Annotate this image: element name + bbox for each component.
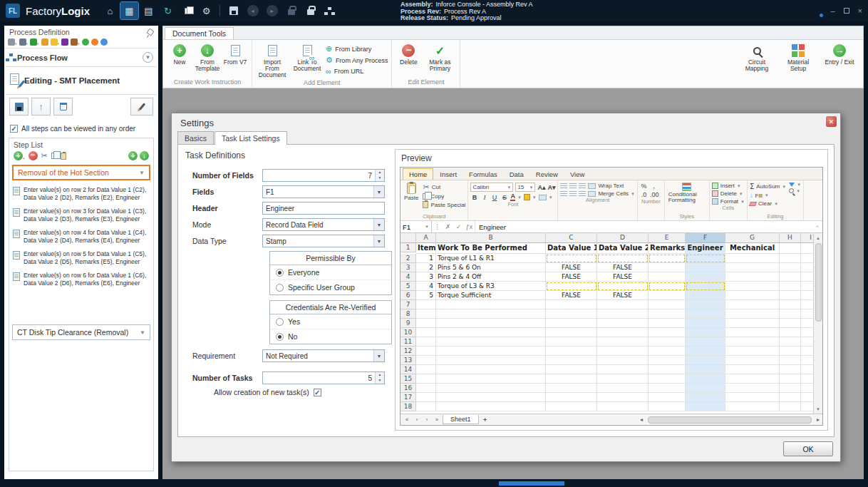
material-setup-button[interactable]: Material Setup bbox=[782, 41, 815, 87]
scrollbar-thumb[interactable] bbox=[815, 243, 822, 322]
cell-G3[interactable] bbox=[725, 263, 780, 272]
cell-A8[interactable] bbox=[416, 309, 436, 319]
edit-step-button[interactable] bbox=[130, 98, 153, 116]
cell-H11[interactable] bbox=[780, 337, 801, 347]
cell-G9[interactable] bbox=[725, 319, 780, 328]
cell-G18[interactable] bbox=[725, 402, 780, 411]
cell-H17[interactable] bbox=[780, 393, 801, 402]
row-header-16[interactable]: 16 bbox=[401, 384, 416, 393]
cell-I2[interactable] bbox=[801, 254, 813, 263]
cell-F10[interactable] bbox=[686, 328, 725, 337]
cell-H1[interactable] bbox=[780, 243, 801, 254]
next-step-item[interactable]: CT Disk Tip Clearance (Removal) ▼ bbox=[12, 324, 150, 340]
radio-specific-user-group[interactable]: Specific User Group bbox=[270, 280, 391, 294]
move-down-circle-icon[interactable]: ↓ bbox=[140, 151, 149, 160]
gear-icon[interactable]: ▾ bbox=[8, 39, 17, 46]
paste-special-button[interactable]: Paste Special bbox=[423, 201, 465, 208]
cell-A16[interactable] bbox=[416, 384, 436, 393]
ok-button[interactable]: OK bbox=[783, 441, 833, 456]
align-bottom-icon[interactable] bbox=[579, 183, 586, 189]
cell-C16[interactable] bbox=[546, 384, 597, 393]
from-template-button[interactable]: ↓ From Template bbox=[195, 41, 220, 72]
cell-H3[interactable] bbox=[780, 263, 801, 272]
increase-decimal-button[interactable]: .0 bbox=[640, 191, 648, 198]
cell-I15[interactable] bbox=[801, 374, 813, 384]
chart-icon[interactable]: ▾ bbox=[30, 39, 39, 46]
cell-B4[interactable]: Pins 2 & 4 Off bbox=[436, 272, 546, 282]
align-right-icon[interactable] bbox=[579, 191, 586, 197]
copy-icon[interactable] bbox=[51, 153, 57, 159]
cell-G4[interactable] bbox=[725, 272, 780, 282]
chevron-down-icon[interactable]: ▼ bbox=[140, 329, 145, 336]
save-step-button[interactable] bbox=[9, 98, 29, 116]
data-type-select[interactable]: Stamp ▼ bbox=[262, 235, 385, 247]
cell-B11[interactable] bbox=[436, 337, 546, 347]
column-header-H[interactable]: H bbox=[780, 233, 801, 243]
step-list-item[interactable]: Enter value(s) on row 6 for Data Value 1… bbox=[11, 269, 152, 290]
column-header-D[interactable]: D bbox=[597, 233, 649, 243]
cell-H2[interactable] bbox=[780, 254, 801, 263]
cell-E16[interactable] bbox=[649, 384, 686, 393]
cell-G17[interactable] bbox=[725, 393, 780, 402]
star-icon[interactable]: ▾ bbox=[51, 39, 60, 46]
cell-A12[interactable] bbox=[416, 347, 436, 356]
cell-C17[interactable] bbox=[546, 393, 597, 402]
cell-I4[interactable] bbox=[801, 272, 813, 282]
cell-D15[interactable] bbox=[597, 374, 649, 384]
add-step-button[interactable]: +▾ bbox=[14, 151, 25, 160]
cell-I9[interactable] bbox=[801, 319, 813, 328]
borders-button[interactable] bbox=[539, 195, 547, 200]
cell-E5[interactable] bbox=[649, 282, 686, 291]
cell-B3[interactable]: Pins 5 & 6 On bbox=[436, 263, 546, 272]
from-v7-button[interactable]: From V7 bbox=[222, 41, 248, 66]
cell-E3[interactable] bbox=[649, 263, 686, 272]
cell-A5[interactable]: 4 bbox=[416, 282, 436, 291]
fill-color-button[interactable] bbox=[524, 194, 530, 200]
lock-icon[interactable] bbox=[301, 2, 319, 19]
cell-D5[interactable] bbox=[597, 282, 649, 291]
cell-D12[interactable] bbox=[597, 347, 649, 356]
status-green-icon[interactable] bbox=[82, 39, 89, 46]
row-header-12[interactable]: 12 bbox=[401, 347, 416, 356]
from-url-button[interactable]: ∞From URL bbox=[326, 67, 388, 76]
back-icon[interactable]: ◂ bbox=[244, 2, 262, 19]
link-to-document-button[interactable]: ∞ Link To Document bbox=[291, 41, 324, 72]
cell-E13[interactable] bbox=[649, 356, 686, 365]
checked-checkbox-icon[interactable]: ✓ bbox=[10, 125, 18, 133]
sheet-tab[interactable]: Sheet1 bbox=[443, 415, 479, 424]
wrap-text-icon[interactable] bbox=[588, 183, 596, 189]
horizontal-scrollbar-thumb[interactable] bbox=[648, 416, 812, 424]
cell-E15[interactable] bbox=[649, 374, 686, 384]
chevron-down-icon[interactable]: ▼ bbox=[139, 170, 145, 176]
collapse-circle-icon[interactable]: ▼ bbox=[143, 52, 153, 63]
cell-A9[interactable] bbox=[416, 319, 436, 328]
row-header-5[interactable]: 5 bbox=[401, 282, 416, 291]
cell-A11[interactable] bbox=[416, 337, 436, 347]
entry-exit-button[interactable]: → Entry / Exit bbox=[823, 41, 856, 87]
cell-F7[interactable] bbox=[686, 300, 725, 309]
cell-I16[interactable] bbox=[801, 384, 813, 393]
row-header-2[interactable]: 2 bbox=[401, 254, 416, 263]
cell-D10[interactable] bbox=[597, 328, 649, 337]
cell-E1[interactable]: Remarks bbox=[649, 243, 686, 254]
decrease-decimal-button[interactable]: .00 bbox=[650, 191, 658, 198]
row-header-15[interactable]: 15 bbox=[401, 374, 416, 384]
cell-B6[interactable]: Torque Sufficient bbox=[436, 291, 546, 300]
last-sheet-icon[interactable]: » bbox=[433, 416, 441, 423]
cell-H7[interactable] bbox=[780, 300, 801, 309]
cell-H9[interactable] bbox=[780, 319, 801, 328]
pin-icon[interactable] bbox=[146, 28, 154, 36]
next-sheet-icon[interactable]: › bbox=[423, 416, 431, 423]
cell-A10[interactable] bbox=[416, 328, 436, 337]
cell-I12[interactable] bbox=[801, 347, 813, 356]
cell-I11[interactable] bbox=[801, 337, 813, 347]
step-list-item[interactable]: Enter value(s) on row 2 for Data Value 1… bbox=[11, 183, 152, 205]
settings-gear-icon[interactable]: ⚙ bbox=[197, 2, 215, 19]
shrink-font-button[interactable]: A▾ bbox=[547, 184, 555, 191]
export-step-button[interactable]: ↑ bbox=[31, 98, 51, 116]
cell-D11[interactable] bbox=[597, 337, 649, 347]
minimize-button[interactable]: – bbox=[830, 6, 835, 15]
document-list-icon[interactable]: ▤ bbox=[140, 2, 157, 19]
column-header-C[interactable]: C bbox=[546, 233, 597, 243]
scroll-down-icon[interactable]: ▾ bbox=[817, 404, 820, 414]
